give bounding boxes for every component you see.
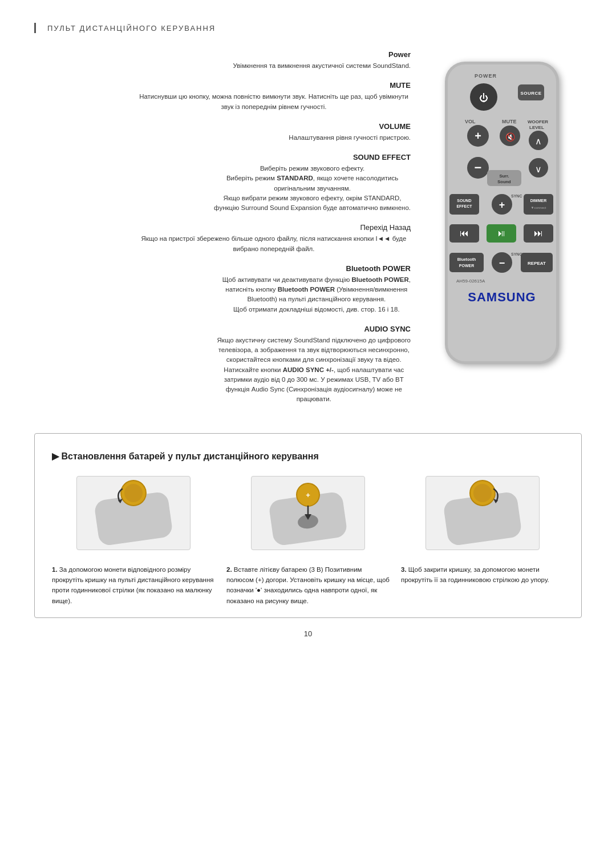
- remote-column: POWER ⏻ SOURCE VOL + − MUTE 🔇 WOOFER LEV…: [422, 50, 582, 410]
- svg-text:LEVEL: LEVEL: [529, 125, 544, 130]
- svg-text:Surr.: Surr.: [499, 173, 509, 179]
- page-number: 10: [34, 629, 582, 638]
- battery-image-step1: [76, 476, 191, 550]
- step2-number: 2.: [226, 566, 232, 573]
- svg-text:⏭: ⏭: [534, 228, 543, 238]
- svg-text:SYNC: SYNC: [511, 252, 522, 256]
- svg-text:AH59-02615A: AH59-02615A: [456, 278, 485, 284]
- step1-number: 1.: [52, 566, 58, 573]
- battery-image-step2: +: [251, 476, 365, 550]
- svg-text:WOOFER: WOOFER: [528, 119, 548, 124]
- svg-text:−: −: [499, 257, 505, 269]
- svg-text:POWER: POWER: [459, 264, 474, 268]
- svg-text:DIMMER: DIMMER: [530, 199, 546, 203]
- bluetooth-label-title: Bluetooth POWER: [346, 264, 411, 273]
- sound-effect-label-desc: Виберіть режим звукового ефекту. Виберіт…: [214, 164, 411, 213]
- svg-text:Bluetooth: Bluetooth: [457, 257, 476, 261]
- battery-step2: 2. Вставте літієву батарею (3 В) Позитив…: [226, 564, 390, 607]
- battery-step3: 3. Щоб закрити кришку, за допомогою моне…: [401, 564, 564, 607]
- battery-step3-svg: [428, 479, 537, 547]
- svg-text:∨: ∨: [535, 164, 542, 174]
- mute-label-title: MUTE: [390, 81, 411, 90]
- svg-text:∧: ∧: [535, 136, 542, 146]
- battery-step1-svg: [79, 479, 188, 547]
- page-header-title: ПУЛЬТ ДИСТАНЦІЙНОГО КЕРУВАННЯ: [47, 24, 216, 33]
- svg-text:REPEAT: REPEAT: [528, 261, 546, 266]
- step3-number: 3.: [401, 566, 407, 573]
- bluetooth-label-desc: Щоб активувати чи деактивувати функцію B…: [222, 275, 411, 314]
- svg-text:🔇: 🔇: [505, 132, 516, 142]
- audio-sync-label-desc: Якщо акустичну систему SoundStand підклю…: [217, 336, 411, 405]
- svg-text:Sound: Sound: [497, 179, 511, 184]
- svg-point-51: [124, 484, 143, 502]
- power-block: Power Увімкнення та вимкнення акустичної…: [34, 50, 411, 71]
- audio-sync-label-title: AUDIO SYNC: [364, 325, 411, 333]
- prev-block: Перехід Назад Якщо на пристрої збережено…: [34, 223, 411, 254]
- svg-text:⏻: ⏻: [479, 93, 488, 103]
- svg-text:⏮: ⏮: [460, 228, 469, 238]
- sound-effect-block: SOUND EFFECT Виберіть режим звукового еф…: [34, 153, 411, 213]
- svg-point-61: [473, 484, 492, 502]
- battery-images-row: +: [52, 476, 564, 550]
- mute-block: MUTE Натиснувши цю кнопку, можна повніст…: [34, 81, 411, 112]
- power-label-desc: Увімкнення та вимкнення акустичної систе…: [233, 61, 411, 71]
- svg-text:+: +: [499, 199, 505, 211]
- battery-step1: 1. За допомогою монети відповідного розм…: [52, 564, 215, 607]
- volume-label-title: VOLUME: [379, 122, 411, 131]
- battery-image-step3: [425, 476, 540, 550]
- svg-text:SOUND: SOUND: [457, 199, 471, 203]
- svg-text:SOURCE: SOURCE: [520, 91, 541, 96]
- svg-text:SYNC: SYNC: [511, 194, 522, 198]
- svg-rect-30: [524, 194, 553, 215]
- step3-text: Щоб закрити кришку, за допомогою монети …: [401, 566, 549, 583]
- svg-text:⏯: ⏯: [497, 228, 506, 238]
- power-label-title: Power: [388, 50, 411, 59]
- battery-section: Встановлення батарей у пульт дистанційно…: [34, 433, 582, 619]
- sound-effect-label-title: SOUND EFFECT: [353, 153, 411, 161]
- audio-sync-block: AUDIO SYNC Якщо акустичну систему SoundS…: [34, 325, 411, 405]
- svg-text:SAMSUNG: SAMSUNG: [468, 290, 536, 304]
- battery-section-title: Встановлення батарей у пульт дистанційно…: [52, 451, 564, 462]
- prev-label-desc: Якщо на пристрої збережено більше одного…: [137, 234, 411, 254]
- svg-text:+: +: [306, 491, 310, 499]
- svg-text:EFFECT: EFFECT: [456, 204, 472, 208]
- page-header: ПУЛЬТ ДИСТАНЦІЙНОГО КЕРУВАННЯ: [34, 23, 582, 33]
- bluetooth-block: Bluetooth POWER Щоб активувати чи деакти…: [34, 264, 411, 314]
- main-content: Power Увімкнення та вимкнення акустичної…: [34, 50, 582, 410]
- svg-rect-39: [449, 253, 484, 272]
- step2-text: Вставте літієву батарею (3 В) Позитивним…: [226, 566, 390, 604]
- battery-steps-row: 1. За допомогою монети відповідного розм…: [52, 564, 564, 607]
- svg-text:▼connect: ▼connect: [531, 206, 546, 209]
- svg-text:−: −: [475, 160, 482, 175]
- battery-step2-svg: +: [254, 479, 362, 547]
- prev-label-title: Перехід Назад: [360, 223, 411, 232]
- volume-label-desc: Налаштування рівня гучності пристрою.: [289, 133, 411, 143]
- mute-label-desc: Натиснувши цю кнопку, можна повністю вим…: [137, 92, 411, 112]
- svg-text:POWER: POWER: [475, 73, 497, 79]
- svg-text:+: +: [475, 130, 481, 142]
- svg-text:MUTE: MUTE: [502, 119, 517, 124]
- labels-column: Power Увімкнення та вимкнення акустичної…: [34, 50, 422, 410]
- svg-text:VOL: VOL: [465, 119, 476, 124]
- step1-text: За допомогою монети відповідного розміру…: [52, 566, 214, 604]
- remote-svg: POWER ⏻ SOURCE VOL + − MUTE 🔇 WOOFER LEV…: [439, 56, 565, 375]
- volume-block: VOLUME Налаштування рівня гучності прист…: [34, 122, 411, 143]
